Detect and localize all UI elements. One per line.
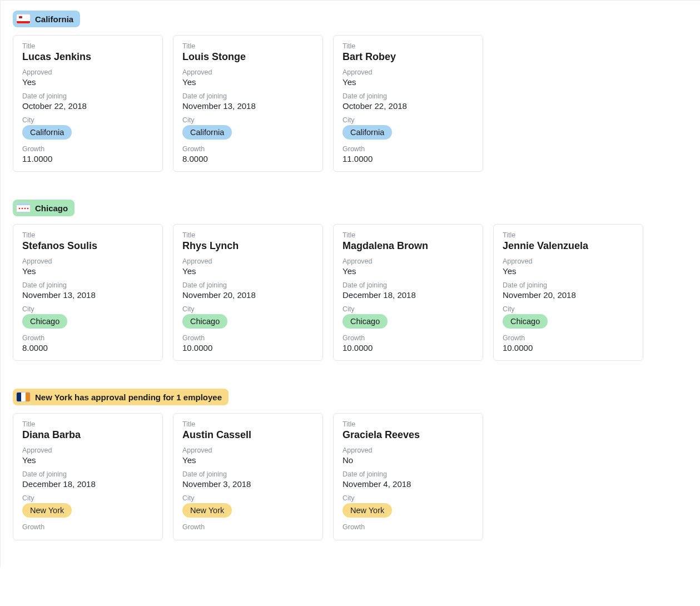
card-container: TitleLucas JenkinsApprovedYesDate of joi…	[6, 35, 694, 172]
field-growth: Growth10.0000	[182, 334, 314, 352]
field-value: November 20, 2018	[182, 290, 314, 300]
city-tag[interactable]: California	[182, 125, 232, 140]
city-tag[interactable]: New York	[22, 503, 72, 518]
field-value: Diana Barba	[22, 429, 153, 441]
record-card[interactable]: TitleRhys LynchApprovedYesDate of joinin…	[173, 224, 323, 361]
group-header[interactable]: California	[13, 11, 80, 27]
field-title: TitleStefanos Soulis	[22, 231, 153, 252]
city-tag[interactable]: New York	[182, 503, 232, 518]
field-date: Date of joiningNovember 20, 2018	[503, 281, 634, 300]
field-value: October 22, 2018	[342, 101, 474, 111]
field-label: Growth	[342, 334, 474, 342]
field-value: December 18, 2018	[342, 290, 474, 300]
field-value: Yes	[342, 77, 474, 87]
field-label: Approved	[342, 446, 474, 454]
field-label: Approved	[503, 257, 634, 265]
field-label: Date of joining	[22, 470, 153, 478]
field-value: Yes	[182, 266, 314, 276]
field-value: Yes	[503, 266, 634, 276]
record-card[interactable]: TitleLouis StongeApprovedYesDate of join…	[173, 35, 323, 172]
field-title: TitleLouis Stonge	[182, 42, 314, 63]
field-label: Date of joining	[342, 470, 474, 478]
field-label: Growth	[182, 145, 314, 153]
field-city: CityNew York	[22, 494, 153, 518]
record-card[interactable]: TitleLucas JenkinsApprovedYesDate of joi…	[13, 35, 163, 172]
record-card[interactable]: TitleMagdalena BrownApprovedYesDate of j…	[333, 224, 483, 361]
field-city: CityChicago	[22, 305, 153, 329]
field-label: City	[342, 494, 474, 502]
field-label: Date of joining	[342, 281, 474, 289]
field-label: City	[22, 494, 153, 502]
field-label: Growth	[22, 334, 153, 342]
group-header[interactable]: New Yorkhas approval pending for 1 emplo…	[13, 389, 229, 405]
field-label: Title	[182, 420, 314, 428]
city-tag[interactable]: California	[22, 125, 72, 140]
field-approved: ApprovedYes	[22, 68, 153, 87]
field-title: TitleAustin Cassell	[182, 420, 314, 441]
field-city: CityNew York	[342, 494, 474, 518]
field-label: Title	[22, 231, 153, 239]
group-newyork: New Yorkhas approval pending for 1 emplo…	[6, 382, 694, 540]
field-label: City	[182, 116, 314, 124]
field-value: November 13, 2018	[22, 290, 153, 300]
field-value: Yes	[182, 77, 314, 87]
field-label: Title	[182, 231, 314, 239]
field-label: Approved	[182, 68, 314, 76]
field-label: Approved	[182, 257, 314, 265]
field-label: Title	[342, 420, 474, 428]
city-tag[interactable]: Chicago	[342, 314, 388, 329]
group-chicago: ChicagoTitleStefanos SoulisApprovedYesDa…	[6, 193, 694, 361]
record-card[interactable]: TitleDiana BarbaApprovedYesDate of joini…	[13, 413, 163, 540]
record-card[interactable]: TitleAustin CassellApprovedYesDate of jo…	[173, 413, 323, 540]
record-card[interactable]: TitleGraciela ReevesApprovedNoDate of jo…	[333, 413, 483, 540]
field-value: Yes	[22, 455, 153, 465]
field-growth: Growth11.0000	[342, 145, 474, 163]
field-city: CityCalifornia	[22, 116, 153, 140]
field-approved: ApprovedYes	[182, 68, 314, 87]
field-label: City	[342, 305, 474, 313]
field-title: TitleMagdalena Brown	[342, 231, 474, 252]
field-approved: ApprovedYes	[22, 446, 153, 465]
city-tag[interactable]: Chicago	[22, 314, 67, 329]
field-label: Growth	[503, 334, 634, 342]
flag-icon	[16, 14, 31, 24]
field-label: Growth	[342, 145, 474, 153]
field-value: Louis Stonge	[182, 51, 314, 63]
field-title: TitleJennie Valenzuela	[503, 231, 634, 252]
field-date: Date of joiningNovember 20, 2018	[182, 281, 314, 300]
field-label: City	[342, 116, 474, 124]
field-label: Approved	[342, 68, 474, 76]
field-value: Magdalena Brown	[342, 240, 474, 252]
field-date: Date of joiningNovember 4, 2018	[342, 470, 474, 489]
field-label: Date of joining	[503, 281, 634, 289]
field-value: Austin Cassell	[182, 429, 314, 441]
field-growth: Growth8.0000	[22, 334, 153, 352]
field-value: Graciela Reeves	[342, 429, 474, 441]
field-date: Date of joiningNovember 3, 2018	[182, 470, 314, 489]
record-card[interactable]: TitleStefanos SoulisApprovedYesDate of j…	[13, 224, 163, 361]
city-tag[interactable]: Chicago	[503, 314, 548, 329]
field-value: Yes	[22, 266, 153, 276]
field-value: Lucas Jenkins	[22, 51, 153, 63]
field-title: TitleLucas Jenkins	[22, 42, 153, 63]
flag-icon	[16, 392, 31, 402]
field-growth: Growth11.0000	[22, 145, 153, 163]
group-header[interactable]: Chicago	[13, 200, 75, 216]
field-value: Stefanos Soulis	[22, 240, 153, 252]
city-tag[interactable]: Chicago	[182, 314, 227, 329]
field-value: October 22, 2018	[22, 101, 153, 111]
city-tag[interactable]: California	[342, 125, 392, 140]
record-card[interactable]: TitleJennie ValenzuelaApprovedYesDate of…	[493, 224, 643, 361]
field-value: December 18, 2018	[22, 479, 153, 489]
field-value: 8.0000	[182, 154, 314, 163]
field-label: Approved	[182, 446, 314, 454]
field-approved: ApprovedYes	[22, 257, 153, 276]
field-approved: ApprovedYes	[342, 257, 474, 276]
field-city: CityCalifornia	[342, 116, 474, 140]
city-tag[interactable]: New York	[342, 503, 392, 518]
field-label: Title	[342, 231, 474, 239]
record-card[interactable]: TitleBart RobeyApprovedYesDate of joinin…	[333, 35, 483, 172]
field-value: Jennie Valenzuela	[503, 240, 634, 252]
field-label: City	[22, 305, 153, 313]
field-label: Title	[22, 420, 153, 428]
